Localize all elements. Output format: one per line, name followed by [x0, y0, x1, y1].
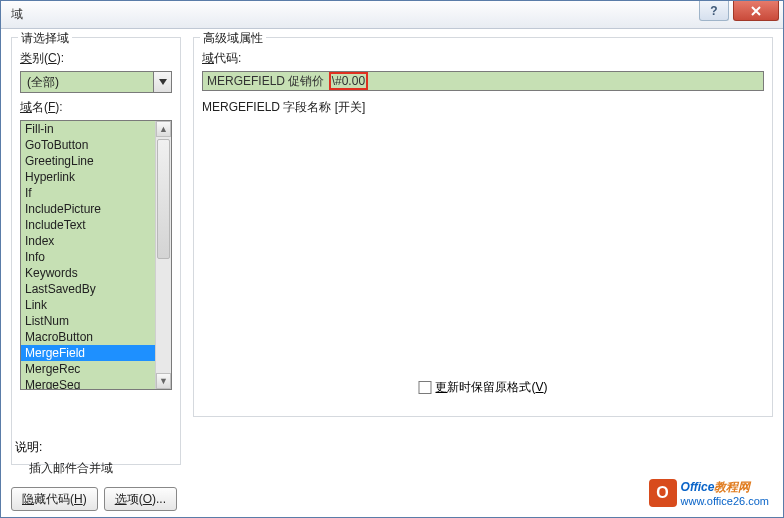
dropdown-button[interactable]: [154, 71, 172, 93]
select-field-fieldset: 请选择域 类别(C): (全部) 域名(F): Fill-inGoToButto…: [11, 37, 181, 465]
list-item[interactable]: Link: [21, 297, 155, 313]
brand-url: www.office26.com: [681, 495, 769, 507]
list-item[interactable]: IncludePicture: [21, 201, 155, 217]
right-panel: 高级域属性 域代码: MERGEFIELD 促销价 \#0.00 MERGEFI…: [193, 37, 773, 465]
list-item[interactable]: If: [21, 185, 155, 201]
advanced-legend: 高级域属性: [200, 30, 266, 47]
list-item[interactable]: MergeSeq: [21, 377, 155, 390]
fieldnames-listbox[interactable]: Fill-inGoToButtonGreetingLineHyperlinkIf…: [20, 120, 172, 390]
description-section: 说明: 插入邮件合并域: [13, 439, 183, 477]
preserve-format-row[interactable]: 更新时保留原格式(V): [418, 379, 547, 396]
left-panel: 请选择域 类别(C): (全部) 域名(F): Fill-inGoToButto…: [11, 37, 181, 465]
brand-text: Office教程网 www.office26.com: [681, 478, 769, 507]
code-prefix: MERGEFIELD 促销价: [207, 74, 328, 88]
select-field-legend: 请选择域: [18, 30, 72, 47]
category-label: 类别(C):: [20, 50, 172, 67]
advanced-properties-fieldset: 高级域属性 域代码: MERGEFIELD 促销价 \#0.00 MERGEFI…: [193, 37, 773, 417]
preserve-format-label: 更新时保留原格式(V): [435, 379, 547, 396]
list-item[interactable]: IncludeText: [21, 217, 155, 233]
close-button[interactable]: [733, 1, 779, 21]
list-item[interactable]: Fill-in: [21, 121, 155, 137]
list-item[interactable]: ListNum: [21, 313, 155, 329]
scroll-down-button[interactable]: ▼: [156, 373, 171, 389]
help-button[interactable]: ?: [699, 1, 729, 21]
code-highlight: \#0.00: [329, 72, 368, 90]
list-item[interactable]: Info: [21, 249, 155, 265]
brand-icon: O: [649, 479, 677, 507]
brand-name: Office教程网: [681, 478, 769, 495]
description-text: 插入邮件合并域: [29, 460, 183, 477]
scroll-up-button[interactable]: ▲: [156, 121, 171, 137]
list-inner: Fill-inGoToButtonGreetingLineHyperlinkIf…: [21, 121, 155, 389]
category-value: (全部): [20, 71, 154, 93]
window-title: 域: [11, 6, 23, 23]
content-area: 请选择域 类别(C): (全部) 域名(F): Fill-inGoToButto…: [1, 29, 783, 469]
list-item[interactable]: MergeField: [21, 345, 155, 361]
list-item[interactable]: GoToButton: [21, 137, 155, 153]
list-item[interactable]: Keywords: [21, 265, 155, 281]
bottom-bar: 隐藏代码(H) 选项(O)... O Office教程网 www.office2…: [11, 487, 773, 511]
chevron-down-icon: [159, 79, 167, 85]
list-item[interactable]: Hyperlink: [21, 169, 155, 185]
list-item[interactable]: MacroButton: [21, 329, 155, 345]
fieldnames-label: 域名(F):: [20, 99, 172, 116]
dialog-window: 域 ? 请选择域 类别(C): (全部) 域名(F): Fill-i: [0, 0, 784, 518]
list-item[interactable]: MergeRec: [21, 361, 155, 377]
close-icon: [750, 5, 762, 17]
field-code-input[interactable]: MERGEFIELD 促销价 \#0.00: [202, 71, 764, 91]
list-item[interactable]: LastSavedBy: [21, 281, 155, 297]
left-buttons: 隐藏代码(H) 选项(O)...: [11, 487, 177, 511]
description-label: 说明:: [15, 439, 183, 456]
list-item[interactable]: GreetingLine: [21, 153, 155, 169]
options-button[interactable]: 选项(O)...: [104, 487, 177, 511]
watermark: O Office教程网 www.office26.com: [649, 478, 769, 507]
preserve-format-checkbox[interactable]: [418, 381, 431, 394]
titlebar-buttons: ?: [699, 1, 779, 21]
titlebar: 域 ?: [1, 1, 783, 29]
hide-codes-button[interactable]: 隐藏代码(H): [11, 487, 98, 511]
scrollbar[interactable]: ▲ ▼: [155, 121, 171, 389]
list-item[interactable]: Index: [21, 233, 155, 249]
category-select[interactable]: (全部): [20, 71, 172, 93]
field-code-label: 域代码:: [202, 50, 764, 67]
field-syntax-desc: MERGEFIELD 字段名称 [开关]: [202, 99, 764, 116]
scroll-thumb[interactable]: [157, 139, 170, 259]
